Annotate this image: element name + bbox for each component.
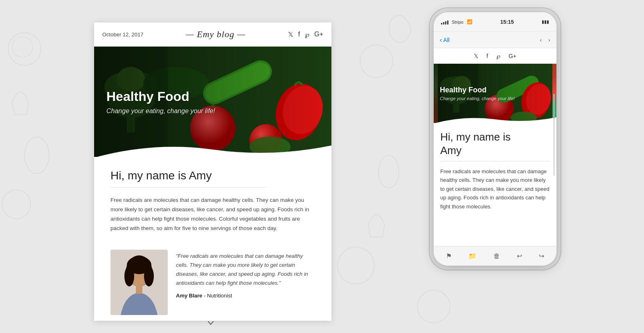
author-title: Nutritionist bbox=[207, 293, 232, 299]
folder-icon[interactable]: 📁 bbox=[468, 252, 477, 260]
mobile-body-paragraph: Free radicals are molecules that can dam… bbox=[440, 167, 550, 211]
phone-status-bar: Stripo 📶 15:15 ▮▮▮ bbox=[434, 12, 556, 32]
email-blog-title: — Emy blog — bbox=[186, 29, 245, 40]
mobile-heading-line1: Hi, my name is bbox=[440, 131, 511, 143]
phone-frame: Stripo 📶 15:15 ▮▮▮ ‹ All ‹ › bbox=[434, 12, 556, 266]
chevron-down-icon bbox=[207, 319, 215, 327]
svg-point-31 bbox=[124, 266, 134, 286]
signal-bars bbox=[441, 20, 448, 25]
quote-text: "Free radicals are molecules that can da… bbox=[176, 252, 315, 288]
nav-next-arrow[interactable]: › bbox=[548, 36, 550, 44]
mobile-hero-title: Healthy Food bbox=[440, 86, 550, 94]
signal-bar-1 bbox=[441, 23, 442, 25]
mobile-main-heading: Hi, my name is Amy bbox=[440, 130, 550, 157]
mobile-preview-panel: Stripo 📶 15:15 ▮▮▮ ‹ All ‹ › bbox=[426, 0, 565, 333]
phone-time: 15:15 bbox=[500, 19, 514, 25]
mobile-social-bar: 𝕏 f ℘ G+ bbox=[434, 48, 556, 64]
chevron-left-icon: ‹ bbox=[440, 36, 442, 44]
mobile-twitter-icon[interactable]: 𝕏 bbox=[474, 53, 478, 59]
quote-section: "Free radicals are molecules that can da… bbox=[94, 250, 331, 315]
email-social-icons: 𝕏 f ℘ G+ bbox=[288, 31, 323, 38]
svg-point-32 bbox=[144, 266, 154, 286]
scroll-down-button[interactable] bbox=[205, 317, 217, 329]
email-container: October 12, 2017 — Emy blog — 𝕏 f ℘ G+ bbox=[94, 22, 331, 321]
flag-icon[interactable]: ⚑ bbox=[446, 252, 452, 260]
twitter-icon[interactable]: 𝕏 bbox=[288, 31, 293, 38]
author-title-separator: - bbox=[204, 293, 207, 299]
wifi-icon: 📶 bbox=[467, 19, 473, 25]
main-layout: October 12, 2017 — Emy blog — 𝕏 f ℘ G+ bbox=[0, 0, 644, 333]
email-body: Hi, my name is Amy Free radicals are mol… bbox=[94, 157, 331, 241]
phone-nav-arrows: ‹ › bbox=[540, 36, 550, 44]
phone-status-right: ▮▮▮ bbox=[542, 19, 549, 25]
mobile-googleplus-icon[interactable]: G+ bbox=[509, 53, 516, 59]
pinterest-icon[interactable]: ℘ bbox=[305, 31, 309, 38]
quote-avatar bbox=[110, 250, 168, 315]
email-header: October 12, 2017 — Emy blog — 𝕏 f ℘ G+ bbox=[94, 22, 331, 47]
nav-prev-arrow[interactable]: ‹ bbox=[540, 36, 542, 44]
hero-section: Healthy Food Change your eating, change … bbox=[94, 47, 331, 157]
battery-icon: ▮▮▮ bbox=[542, 19, 549, 25]
mobile-hero: Healthy Food Change your eating, change … bbox=[434, 64, 556, 123]
email-divider bbox=[110, 187, 266, 188]
phone-scrollbar[interactable] bbox=[553, 94, 555, 176]
hero-image: Healthy Food Change your eating, change … bbox=[94, 47, 331, 157]
back-label: All bbox=[443, 37, 450, 43]
signal-bar-4 bbox=[447, 20, 448, 25]
forward-icon[interactable]: ↪ bbox=[539, 252, 544, 260]
mobile-facebook-icon[interactable]: f bbox=[486, 53, 488, 59]
author-avatar-image bbox=[110, 250, 168, 315]
carrier-label: Stripo bbox=[452, 20, 464, 25]
svg-rect-33 bbox=[136, 285, 142, 294]
email-preview-panel: October 12, 2017 — Emy blog — 𝕏 f ℘ G+ bbox=[0, 0, 426, 333]
trash-icon[interactable]: 🗑 bbox=[493, 253, 500, 260]
mobile-content: Hi, my name is Amy Free radicals are mol… bbox=[434, 123, 556, 218]
googleplus-icon[interactable]: G+ bbox=[314, 31, 323, 38]
mobile-hero-subtitle: Change your eating, change your life! bbox=[440, 96, 550, 101]
email-body-paragraph: Free radicals are molecules that can dam… bbox=[110, 196, 315, 233]
mobile-pinterest-icon[interactable]: ℘ bbox=[496, 53, 500, 59]
hero-subtitle: Change your eating, change your life! bbox=[106, 107, 319, 115]
signal-bar-2 bbox=[443, 22, 444, 25]
hero-wave bbox=[94, 141, 331, 157]
email-main-heading: Hi, my name is Amy bbox=[110, 169, 315, 182]
quote-author: Amy Blare - Nutritionist bbox=[176, 293, 315, 299]
phone-scrollbar-thumb bbox=[553, 94, 555, 118]
back-button[interactable]: ‹ All bbox=[440, 36, 450, 44]
author-name: Amy Blare bbox=[176, 293, 202, 299]
phone-bottom-toolbar: ⚑ 📁 🗑 ↩ ↪ bbox=[434, 246, 556, 266]
hero-text-overlay: Healthy Food Change your eating, change … bbox=[94, 47, 331, 157]
mobile-heading-line2: Amy bbox=[440, 144, 462, 156]
hero-title: Healthy Food bbox=[106, 89, 319, 104]
email-date: October 12, 2017 bbox=[102, 31, 143, 38]
signal-bar-3 bbox=[445, 21, 446, 25]
reply-icon[interactable]: ↩ bbox=[517, 252, 522, 260]
mobile-hero-overlay: Healthy Food Change your eating, change … bbox=[434, 64, 556, 123]
facebook-icon[interactable]: f bbox=[298, 31, 300, 38]
phone-status-left: Stripo 📶 bbox=[441, 19, 473, 25]
mobile-hero-wave bbox=[434, 115, 556, 123]
mobile-divider bbox=[440, 161, 550, 161]
quote-content: "Free radicals are molecules that can da… bbox=[176, 250, 315, 315]
phone-nav-bar: ‹ All ‹ › bbox=[434, 32, 556, 48]
